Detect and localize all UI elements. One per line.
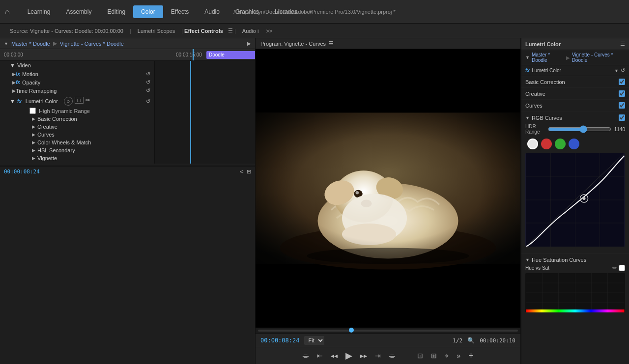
rgb-curves-collapse-icon: ▼	[525, 115, 530, 120]
lumetri-menu-icon[interactable]: ☰	[620, 41, 625, 47]
nav-tab-editing[interactable]: Editing	[99, 5, 133, 18]
hsl-label: HSL Secondary	[37, 147, 75, 153]
sequence-name[interactable]: Master * Doodle	[11, 41, 50, 47]
hdr-slider[interactable]	[548, 125, 611, 133]
master-dropdown-arrow[interactable]: ▼	[4, 41, 8, 46]
ec-btn-prev[interactable]: ⊲	[239, 168, 244, 175]
play-button[interactable]: ▶	[343, 349, 354, 362]
total-duration: 00:00:20:10	[480, 337, 515, 344]
basic-correction-section[interactable]: Basic Correction	[521, 76, 629, 88]
video-section[interactable]: ▼ Video	[0, 61, 154, 70]
color-wheels-label: Color Wheels & Match	[37, 140, 91, 145]
export-frame-button[interactable]: ⌖	[443, 351, 451, 361]
fit-dropdown[interactable]: Fit	[304, 336, 324, 345]
playhead-marker	[193, 49, 194, 60]
program-menu-icon[interactable]: ☰	[329, 40, 334, 47]
curves-label: Curves	[37, 132, 55, 138]
hue-sat-checkbox[interactable]	[619, 265, 625, 271]
program-video-display	[256, 49, 520, 328]
program-timecode[interactable]: 00:00:08:24	[260, 337, 299, 344]
scrubber-track[interactable]	[258, 330, 518, 332]
red-channel-button[interactable]	[541, 139, 552, 149]
white-channel-button[interactable]	[527, 139, 538, 149]
program-title: Program: Vignette - Curves	[260, 41, 326, 47]
curves-section[interactable]: Curves	[521, 100, 629, 112]
nav-tab-learning[interactable]: Learning	[20, 5, 58, 18]
creative-section[interactable]: Creative	[521, 88, 629, 100]
nav-tab-color[interactable]: Color	[133, 5, 163, 18]
creative-row[interactable]: ▶ Creative	[10, 123, 150, 131]
lumetri-effect-reset[interactable]: ↺	[621, 67, 625, 74]
opacity-row[interactable]: ▶ fx Opacity ↺	[0, 78, 154, 86]
effect-panel-top: ▼ Master * Doodle ▶ Vignette - Curves * …	[0, 38, 255, 166]
hue-sat-pen-icon[interactable]: ✏	[612, 265, 617, 271]
lumetri-expand-row[interactable]: ▼ fx Lumetri Color ○ □ ✏ ↺	[10, 96, 150, 107]
effect-controls-menu-icon[interactable]: ☰	[228, 28, 233, 34]
hdr-value: 1140	[614, 127, 625, 132]
time-remap-reset-icon[interactable]: ↺	[146, 87, 150, 94]
ec-play-button[interactable]: ▶	[247, 41, 251, 46]
vignette-row[interactable]: ▶ Vignette	[10, 154, 150, 162]
rgb-curves-header[interactable]: ▼ RGB Curves	[525, 114, 625, 121]
hsl-secondary-row[interactable]: ▶ HSL Secondary	[10, 146, 150, 154]
effect-controls-tab[interactable]: Effect Controls	[184, 28, 223, 34]
hue-sat-svg	[525, 273, 625, 312]
creative-checkbox[interactable]	[619, 90, 625, 97]
lumetri-label: Lumetri Color	[26, 98, 58, 104]
motion-reset-icon[interactable]: ↺	[146, 71, 150, 77]
timeline-start-label: 00:00:00	[0, 52, 27, 57]
hue-sat-graph[interactable]	[525, 273, 625, 312]
curves-row[interactable]: ▶ Curves	[10, 131, 150, 139]
clip-block[interactable]: Doodle	[206, 51, 255, 59]
lumetri-square-icon[interactable]: □	[75, 97, 84, 104]
effect-mini-timeline	[155, 61, 255, 164]
hdr-checkbox[interactable]	[29, 108, 36, 114]
resolution-display[interactable]: 1/2	[453, 337, 462, 344]
zoom-icon[interactable]: 🔍	[467, 337, 475, 344]
nav-tab-audio[interactable]: Audio	[197, 5, 228, 18]
ec-btn-export[interactable]: ⊞	[247, 168, 251, 175]
blue-channel-button[interactable]	[569, 139, 579, 149]
nav-tab-assembly[interactable]: Assembly	[58, 5, 99, 18]
lumetri-effect-dropdown[interactable]: ▼	[614, 68, 619, 73]
program-scrubber[interactable]	[256, 328, 520, 334]
step-back-button[interactable]: ◂◂	[329, 351, 340, 361]
add-button[interactable]: +	[466, 350, 476, 362]
mark-out-button[interactable]: ⌯	[387, 351, 398, 361]
overwrite-button[interactable]: ⊞	[429, 351, 439, 361]
lumetri-clip-name[interactable]: Vignette - Curves * Doodle	[572, 52, 625, 63]
nav-tab-effects[interactable]: Effects	[163, 5, 197, 18]
more-controls-icon[interactable]: »	[455, 351, 462, 361]
curves-checkbox[interactable]	[619, 102, 625, 109]
basic-correction-checkbox[interactable]	[619, 79, 625, 85]
go-to-out-button[interactable]: ⇥	[373, 351, 383, 361]
rgb-curves-checkbox[interactable]	[619, 114, 625, 121]
time-remap-expand: ▶	[12, 88, 16, 93]
scrubber-thumb[interactable]	[349, 328, 354, 333]
scopes-panel-tab[interactable]: Lumetri Scopes	[133, 26, 180, 36]
program-monitor: Program: Vignette - Curves ☰	[256, 38, 521, 364]
video-expand-icon: ▼	[10, 62, 15, 68]
step-fwd-button[interactable]: ▸▸	[358, 351, 369, 361]
go-to-in-button[interactable]: ⇤	[315, 351, 325, 361]
hue-sat-header[interactable]: ▼ Hue Saturation Curves	[525, 257, 625, 263]
lumetri-seq-name[interactable]: Master * Doodle	[532, 52, 564, 63]
hue-sat-section: ▼ Hue Saturation Curves Hue vs Sat ✏	[521, 253, 629, 315]
lumetri-circle-icon[interactable]: ○	[64, 97, 73, 106]
mark-in-button[interactable]: ⌯	[300, 351, 311, 361]
audio-panel-tab[interactable]: Audio i	[237, 26, 264, 36]
basic-correction-row[interactable]: ▶ Basic Correction	[10, 115, 150, 123]
curves-graph[interactable]	[525, 153, 625, 247]
lumetri-pen-icon[interactable]: ✏	[86, 97, 90, 106]
clip-name[interactable]: Vignette - Curves * Doodle	[60, 41, 124, 47]
insert-button[interactable]: ⊡	[415, 351, 425, 361]
home-button[interactable]: ⌂	[5, 7, 10, 16]
panel-expand-icon[interactable]: >>	[266, 28, 272, 34]
source-panel-tab[interactable]: Source: Vignette - Curves: Doodle: 00:00…	[5, 26, 128, 36]
color-wheels-row[interactable]: ▶ Color Wheels & Match	[10, 139, 150, 146]
time-remap-row[interactable]: ▶ Time Remapping ↺	[0, 86, 154, 95]
green-channel-button[interactable]	[555, 139, 566, 149]
opacity-reset-icon[interactable]: ↺	[146, 79, 150, 85]
motion-row[interactable]: ▶ fx Motion ↺	[0, 70, 154, 78]
lumetri-reset-icon[interactable]: ↺	[146, 98, 150, 105]
